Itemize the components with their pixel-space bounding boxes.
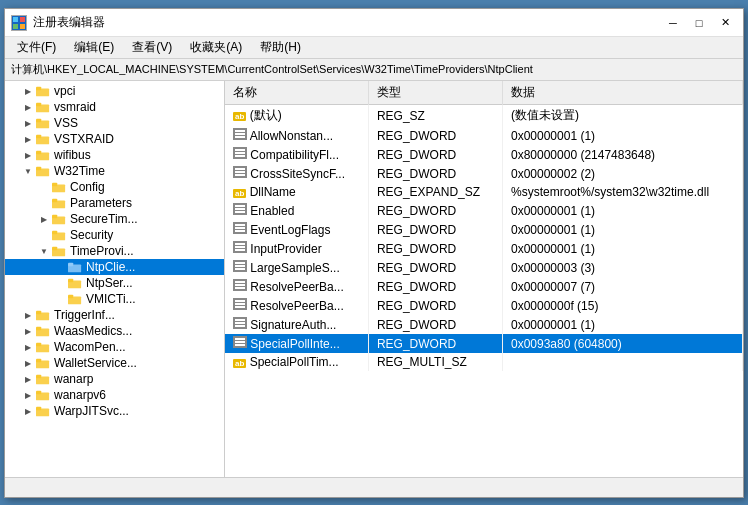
table-row[interactable]: CompatibilityFl... REG_DWORD 0x80000000 … [225, 145, 743, 164]
svg-rect-2 [13, 24, 18, 29]
table-row[interactable]: ab (默认) REG_SZ (数值未设置) [225, 105, 743, 127]
tree-item-Security[interactable]: Security [5, 227, 224, 243]
menu-item-收藏夹(A)[interactable]: 收藏夹(A) [182, 37, 250, 58]
table-row[interactable]: Enabled REG_DWORD 0x00000001 (1) [225, 201, 743, 220]
expand-icon[interactable]: ▶ [21, 116, 35, 130]
tree-item-WalletService[interactable]: ▶ WalletService... [5, 355, 224, 371]
table-row[interactable]: ab SpecialPollTim... REG_MULTI_SZ [225, 353, 743, 371]
tree-item-WarpJIT[interactable]: ▶ WarpJITSvc... [5, 403, 224, 419]
table-row[interactable]: EventLogFlags REG_DWORD 0x00000001 (1) [225, 220, 743, 239]
table-row[interactable]: InputProvider REG_DWORD 0x00000001 (1) [225, 239, 743, 258]
svg-rect-65 [235, 230, 245, 232]
svg-rect-77 [235, 287, 245, 289]
folder-icon [51, 212, 67, 226]
svg-rect-61 [235, 211, 245, 213]
maximize-button[interactable]: □ [687, 14, 711, 32]
tree-item-SecureTime[interactable]: ▶ SecureTim... [5, 211, 224, 227]
close-button[interactable]: ✕ [713, 14, 737, 32]
expand-icon[interactable]: ▶ [21, 308, 35, 322]
tree-item-wanarp[interactable]: ▶ wanarp [5, 371, 224, 387]
svg-rect-71 [235, 262, 245, 264]
expand-icon[interactable]: ▼ [21, 164, 35, 178]
tree-item-NtpServer[interactable]: NtpSer... [5, 275, 224, 291]
svg-rect-87 [235, 338, 245, 340]
expand-icon[interactable]: ▶ [21, 388, 35, 402]
table-row[interactable]: ResolvePeerBa... REG_DWORD 0x00000007 (7… [225, 277, 743, 296]
svg-rect-64 [235, 227, 245, 229]
tree-item-TimeProviders[interactable]: ▼ TimeProvi... [5, 243, 224, 259]
menu-item-文件(F)[interactable]: 文件(F) [9, 37, 64, 58]
svg-rect-23 [52, 231, 57, 235]
titlebar-controls: ─ □ ✕ [661, 14, 737, 32]
svg-rect-29 [68, 279, 73, 283]
svg-rect-75 [235, 281, 245, 283]
expand-icon[interactable]: ▼ [37, 244, 51, 258]
tree-item-VSS[interactable]: ▶ VSS [5, 115, 224, 131]
entry-name-text: EventLogFlags [250, 223, 330, 237]
folder-icon [35, 132, 51, 146]
svg-rect-0 [13, 17, 18, 22]
svg-rect-76 [235, 284, 245, 286]
reg-icon-dword [233, 128, 247, 140]
expand-icon[interactable]: ▶ [21, 324, 35, 338]
table-row[interactable]: SpecialPollInte... REG_DWORD 0x0093a80 (… [225, 334, 743, 353]
table-row[interactable]: AllowNonstan... REG_DWORD 0x00000001 (1) [225, 126, 743, 145]
tree-item-WacomPen[interactable]: ▶ WacomPen... [5, 339, 224, 355]
reg-icon-dword [233, 241, 247, 253]
folder-icon [35, 340, 51, 354]
tree-item-label: Config [67, 180, 105, 194]
entry-name-text: DllName [250, 185, 296, 199]
tree-item-wifibus[interactable]: ▶ wifibus [5, 147, 224, 163]
expand-icon[interactable]: ▶ [21, 372, 35, 386]
tree-item-VMICTi[interactable]: VMICTi... [5, 291, 224, 307]
table-row[interactable]: SignatureAuth... REG_DWORD 0x00000001 (1… [225, 315, 743, 334]
entry-name: EventLogFlags [225, 220, 368, 239]
svg-rect-69 [235, 249, 245, 251]
table-row[interactable]: CrossSiteSyncF... REG_DWORD 0x00000002 (… [225, 164, 743, 183]
expand-icon[interactable]: ▶ [37, 212, 51, 226]
reg-icon-dword [233, 298, 247, 310]
folder-icon [35, 356, 51, 370]
expand-icon[interactable]: ▶ [21, 404, 35, 418]
folder-icon [35, 116, 51, 130]
tree-item-wanarpv6[interactable]: ▶ wanarpv6 [5, 387, 224, 403]
minimize-button[interactable]: ─ [661, 14, 685, 32]
entry-name: ResolvePeerBa... [225, 296, 368, 315]
expand-icon[interactable]: ▶ [21, 356, 35, 370]
menu-item-查看(V)[interactable]: 查看(V) [124, 37, 180, 58]
folder-icon [35, 100, 51, 114]
folder-icon [35, 148, 51, 162]
dword-svg [233, 222, 247, 234]
tree-item-Config[interactable]: Config [5, 179, 224, 195]
tree-item-Parameters[interactable]: Parameters [5, 195, 224, 211]
tree-item-NtpClient[interactable]: NtpClie... [5, 259, 224, 275]
tree-item-W32Time[interactable]: ▼ W32Time [5, 163, 224, 179]
data-panel[interactable]: 名称 类型 数据 ab (默认) REG_SZ (数值未设置) [225, 81, 743, 477]
expand-icon[interactable]: ▶ [21, 340, 35, 354]
entry-name-text: SpecialPollTim... [250, 355, 339, 369]
entry-data: 0x00000003 (3) [502, 258, 742, 277]
tree-panel[interactable]: ▶ vpci▶ vsmraid▶ VSS▶ VSTXRAID▶ wifibus▼… [5, 81, 225, 477]
entry-data: %systemroot%/system32\w32time.dll [502, 183, 742, 201]
expand-icon[interactable]: ▶ [21, 84, 35, 98]
entry-name: SignatureAuth... [225, 315, 368, 334]
table-row[interactable]: LargeSampleS... REG_DWORD 0x00000003 (3) [225, 258, 743, 277]
expand-icon[interactable]: ▶ [21, 132, 35, 146]
svg-rect-67 [235, 243, 245, 245]
tree-item-WaasMedic[interactable]: ▶ WaasMedics... [5, 323, 224, 339]
expand-icon[interactable]: ▶ [21, 148, 35, 162]
tree-item-vpci[interactable]: ▶ vpci [5, 83, 224, 99]
tree-item-VSTXRAID[interactable]: ▶ VSTXRAID [5, 131, 224, 147]
tree-item-vsmraid[interactable]: ▶ vsmraid [5, 99, 224, 115]
tree-item-TriggerInfo[interactable]: ▶ TriggerInf... [5, 307, 224, 323]
expand-icon[interactable]: ▶ [21, 100, 35, 114]
app-icon [11, 15, 27, 31]
entry-type: REG_DWORD [368, 126, 502, 145]
svg-rect-48 [235, 133, 245, 135]
svg-rect-19 [52, 199, 57, 203]
menu-item-帮助(H)[interactable]: 帮助(H) [252, 37, 309, 58]
table-row[interactable]: ab DllName REG_EXPAND_SZ %systemroot%/sy… [225, 183, 743, 201]
menu-item-编辑(E)[interactable]: 编辑(E) [66, 37, 122, 58]
reg-icon-dword [233, 147, 247, 159]
table-row[interactable]: ResolvePeerBa... REG_DWORD 0x0000000f (1… [225, 296, 743, 315]
